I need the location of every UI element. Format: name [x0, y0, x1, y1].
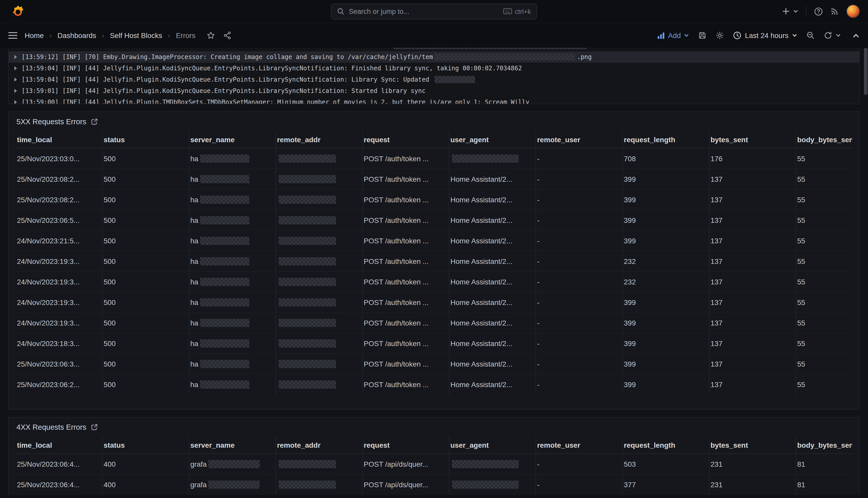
search-icon [337, 8, 344, 15]
expand-chevron-icon[interactable] [14, 100, 17, 104]
breadcrumb-dashboards[interactable]: Dashboards [57, 31, 96, 40]
expand-chevron-icon[interactable] [14, 55, 17, 59]
redacted-text [208, 460, 260, 468]
table-cell: 24/Nov/2023:19:3... [16, 251, 103, 271]
column-header[interactable]: remote_user [536, 131, 623, 148]
redacted-text [200, 154, 249, 162]
table-cell [276, 231, 363, 251]
column-header[interactable]: remote_addr [276, 131, 363, 148]
table-cell: 400 [103, 474, 189, 495]
table-cell: POST /auth/token ... [363, 169, 449, 189]
log-line[interactable]: [13:59:12] [INF] [70] Emby.Drawing.Image… [9, 51, 859, 63]
column-header[interactable]: time_local [16, 436, 103, 453]
table-cell [276, 169, 363, 189]
search-placeholder: Search or jump to... [349, 8, 498, 15]
share-button[interactable] [223, 31, 231, 40]
expand-chevron-icon[interactable] [14, 89, 17, 93]
column-header[interactable]: remote_user [536, 436, 623, 453]
log-line[interactable]: [13:59:04] [INF] [44] Jellyfin.Plugin.Ko… [9, 74, 859, 85]
table-cell: 55 [796, 251, 852, 271]
column-header[interactable]: status [103, 436, 189, 453]
column-header[interactable]: request [363, 131, 449, 148]
table-cell: POST /auth/token ... [363, 272, 449, 292]
table-row: 24/Nov/2023:19:3...500haPOST /auth/token… [16, 313, 852, 333]
table-cell: ha [189, 272, 276, 292]
table-cell: 231 [709, 454, 796, 474]
news-rss-button[interactable] [830, 7, 839, 15]
column-header[interactable]: server_name [189, 131, 276, 148]
column-header[interactable]: server_name [189, 436, 276, 453]
table-cell [276, 474, 363, 495]
table-cell: 137 [709, 313, 796, 333]
log-text: [13:59:04] [INF] [44] Jellyfin.Plugin.Ko… [22, 76, 433, 83]
favorite-button[interactable] [207, 31, 215, 40]
table-header-row: time_localstatusserver_nameremote_addrre… [16, 131, 852, 148]
column-header[interactable]: user_agent [449, 131, 536, 148]
column-header[interactable]: remote_addr [276, 436, 363, 453]
breadcrumb-home[interactable]: Home [25, 31, 44, 40]
table-cell: 25/Nov/2023:06:3... [16, 354, 103, 374]
column-header[interactable]: bytes_sent [709, 436, 796, 453]
save-dashboard-button[interactable] [698, 31, 706, 40]
table-cell: - [536, 292, 623, 312]
table-cell: 24/Nov/2023:19:3... [16, 292, 103, 312]
log-text: [13:59:04] [INF] [44] Jellyfin.Plugin.Ko… [22, 65, 522, 72]
log-line[interactable]: [13:59:04] [INF] [44] Jellyfin.Plugin.Ko… [9, 63, 859, 74]
table-cell: 232 [623, 272, 709, 292]
table-cell: Home Assistant/2... [449, 292, 536, 312]
time-range-picker[interactable]: Last 24 hours [733, 31, 797, 40]
log-line[interactable]: [13:59:01] [INF] [44] Jellyfin.Plugin.Ko… [9, 85, 859, 96]
column-header[interactable]: body_bytes_sent [796, 436, 852, 453]
redacted-text [435, 53, 575, 61]
table-cell: POST /auth/token ... [363, 251, 449, 271]
table-cell: 500 [103, 231, 189, 251]
column-header[interactable]: status [103, 131, 189, 148]
column-header[interactable]: request_length [623, 436, 709, 453]
dashboard-toolbar: Home › Dashboards › Self Host Blocks › E… [0, 23, 868, 48]
redacted-text [279, 318, 336, 327]
column-header[interactable]: request_length [623, 131, 709, 148]
table-cell: - [536, 354, 623, 374]
help-button[interactable] [814, 7, 823, 16]
table-cell [276, 148, 363, 168]
column-header[interactable]: bytes_sent [709, 131, 796, 148]
column-header[interactable]: user_agent [449, 436, 536, 453]
table-row: 25/Nov/2023:08:2...500haPOST /auth/token… [16, 169, 852, 189]
dashboard-settings-button[interactable] [716, 31, 724, 40]
grafana-logo-icon[interactable] [11, 5, 25, 18]
log-line[interactable]: [13:59:00] [INF] [44] Jellyfin.Plugin.TM… [9, 96, 859, 104]
column-header[interactable]: request [363, 436, 449, 453]
add-panel-button[interactable]: Add [657, 31, 689, 40]
table-cell: 25/Nov/2023:03:0... [16, 148, 103, 168]
panel-title[interactable]: 4XX Requests Errors [16, 423, 86, 431]
log-line[interactable] [9, 48, 859, 51]
new-menu-caret[interactable] [793, 9, 798, 14]
table-cell: 399 [623, 169, 709, 189]
new-add-button[interactable] [782, 7, 790, 15]
column-header[interactable]: time_local [16, 131, 103, 148]
panel-external-link-button[interactable] [91, 423, 98, 431]
refresh-interval-caret[interactable] [836, 33, 841, 38]
page-scrollbar[interactable] [864, 48, 867, 95]
table-cell: 500 [103, 354, 189, 374]
table-cell: 24/Nov/2023:19:3... [16, 272, 103, 292]
breadcrumb-current: Errors [176, 31, 195, 40]
redacted-text [394, 48, 586, 49]
expand-chevron-icon[interactable] [14, 66, 17, 70]
search-input[interactable]: Search or jump to... ctrl+k [331, 3, 537, 19]
panel-external-link-button[interactable] [91, 118, 98, 125]
column-header[interactable]: body_bytes_sent [796, 131, 852, 148]
breadcrumb-dashboard-name[interactable]: Self Host Blocks [110, 31, 162, 40]
table-row: 24/Nov/2023:18:3...500haPOST /auth/token… [16, 333, 852, 354]
collapse-toolbar-button[interactable] [852, 31, 860, 39]
zoom-out-button[interactable] [806, 31, 815, 40]
redacted-text [279, 380, 336, 389]
mega-menu-button[interactable] [8, 32, 17, 39]
table-cell: - [536, 169, 623, 189]
refresh-button[interactable] [824, 31, 832, 40]
expand-chevron-icon[interactable] [14, 78, 17, 82]
table-cell: POST /auth/token ... [363, 374, 449, 395]
redacted-text [200, 298, 249, 306]
user-avatar[interactable] [846, 5, 860, 18]
panel-title[interactable]: 5XX Requests Errors [16, 117, 86, 126]
